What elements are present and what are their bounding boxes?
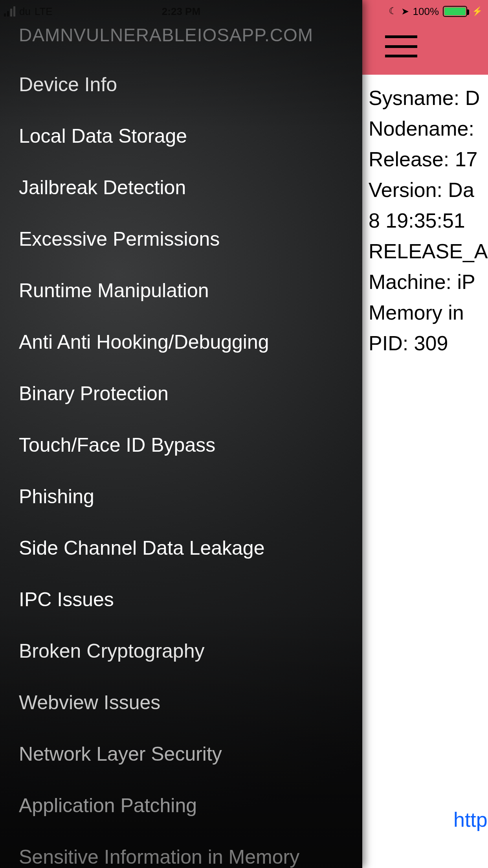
menu-toggle-button[interactable] (385, 35, 417, 57)
menu-item-ipc-issues[interactable]: IPC Issues (19, 574, 299, 625)
status-bar-right: ☾ ➤ 100% ⚡ (362, 0, 488, 23)
side-menu: du LTE 2:23 PM DAMNVULNERABLEIOSAPP.COM … (0, 0, 362, 868)
device-info-line: Release: 17 (369, 144, 488, 175)
menu-item-excessive-permissions[interactable]: Excessive Permissions (19, 213, 299, 265)
menu-item-webview-issues[interactable]: Webview Issues (19, 677, 299, 728)
menu-item-network-layer-security[interactable]: Network Layer Security (19, 728, 299, 780)
location-icon: ➤ (401, 6, 409, 17)
device-info-text: Sysname: D Nodename: Release: 17 Version… (369, 83, 488, 359)
menu-item-broken-crypto[interactable]: Broken Cryptography (19, 625, 299, 677)
device-info-line: Memory in (369, 297, 488, 328)
device-info-line: Nodename: (369, 113, 488, 144)
menu-item-jailbreak-detection[interactable]: Jailbreak Detection (19, 162, 299, 213)
device-info-line: Machine: iP (369, 267, 488, 297)
device-info-line: Sysname: D (369, 83, 488, 113)
menu-item-phishing[interactable]: Phishing (19, 471, 299, 522)
do-not-disturb-icon: ☾ (389, 6, 397, 17)
status-time: 2:23 PM (0, 6, 362, 18)
menu-item-touch-face-id-bypass[interactable]: Touch/Face ID Bypass (19, 419, 299, 471)
charging-icon: ⚡ (472, 6, 482, 17)
status-bar: du LTE 2:23 PM (0, 0, 362, 23)
menu-item-binary-protection[interactable]: Binary Protection (19, 368, 299, 419)
menu-item-anti-hooking[interactable]: Anti Anti Hooking/Debugging (19, 316, 299, 368)
battery-icon (443, 6, 467, 17)
menu-item-sensitive-info-memory[interactable]: Sensitive Information in Memory (19, 831, 299, 868)
device-info-line: Version: Da (369, 175, 488, 205)
menu-item-application-patching[interactable]: Application Patching (19, 780, 299, 831)
menu-item-local-data-storage[interactable]: Local Data Storage (19, 110, 299, 162)
device-info-line: RELEASE_A (369, 236, 488, 267)
menu-item-side-channel[interactable]: Side Channel Data Leakage (19, 522, 299, 574)
battery-percent: 100% (413, 6, 439, 18)
menu-list: Device Info Local Data Storage Jailbreak… (19, 59, 299, 868)
menu-item-runtime-manipulation[interactable]: Runtime Manipulation (19, 265, 299, 316)
donate-link[interactable]: http (453, 808, 488, 831)
device-info-line: 8 19:35:51 (369, 205, 488, 236)
app-content: Sysname: D Nodename: Release: 17 Version… (362, 0, 488, 868)
screen: Sysname: D Nodename: Release: 17 Version… (0, 0, 488, 868)
menu-title: DAMNVULNERABLEIOSAPP.COM (19, 24, 313, 46)
device-info-line: PID: 309 (369, 328, 488, 359)
menu-item-device-info[interactable]: Device Info (19, 59, 299, 110)
